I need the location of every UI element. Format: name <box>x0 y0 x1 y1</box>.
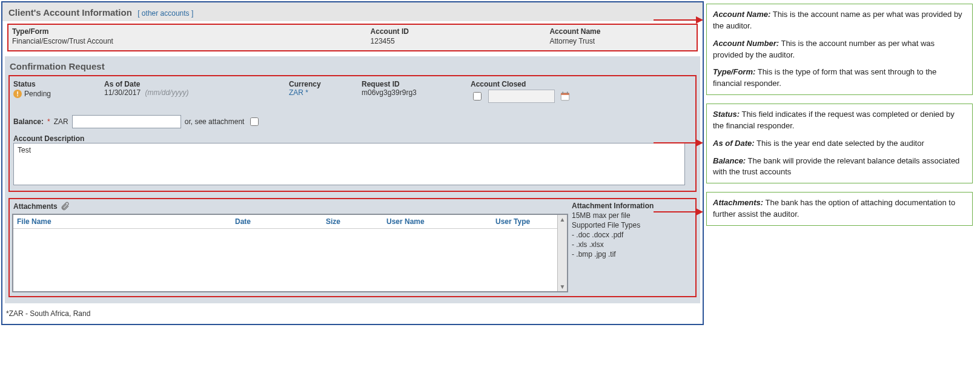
ann-asof-label: As of Date: <box>713 139 755 148</box>
attachments-title: Attachments <box>13 202 58 211</box>
annotation-box-1: Account Name: This is the account name a… <box>706 4 973 95</box>
attachments-box: Attachments File Name Date Size User Nam… <box>8 198 697 297</box>
label-account-name: Account Name <box>549 27 693 36</box>
ann-account-number-label: Account Number: <box>713 39 779 48</box>
label-account-id: Account ID <box>371 27 550 36</box>
attachment-type-line1: - .doc .docx .pdf <box>572 231 693 239</box>
value-type-form: Financial/Escrow/Trust Account <box>12 37 371 45</box>
asof-hint: (mm/dd/yyyy) <box>145 88 188 97</box>
label-currency: Currency <box>289 80 362 88</box>
client-info-header: Client's Account Information [ other acc… <box>2 2 703 21</box>
callout-arrow-icon <box>654 208 703 216</box>
col-size[interactable]: Size <box>326 217 386 226</box>
ann-type-form-label: Type/Form: <box>713 67 755 76</box>
col-file-name[interactable]: File Name <box>17 217 235 226</box>
col-user-type[interactable]: User Type <box>495 217 554 226</box>
confirmation-box: Status ! Pending As of Date 11/30/2017 (… <box>8 75 697 192</box>
status-value: Pending <box>24 90 51 98</box>
scroll-down-icon[interactable]: ▼ <box>560 282 566 291</box>
label-status: Status <box>13 80 104 88</box>
client-info-box: Type/Form Financial/Escrow/Trust Account… <box>7 24 698 51</box>
label-request-id: Request ID <box>362 80 471 88</box>
col-user-name[interactable]: User Name <box>386 217 495 226</box>
attachment-supported: Supported File Types <box>572 221 693 229</box>
paperclip-icon[interactable] <box>60 202 70 211</box>
request-id-value: m06vg3g39r9rg3 <box>362 88 471 97</box>
pending-icon: ! <box>13 90 22 98</box>
account-description-input[interactable] <box>13 143 685 185</box>
ann-asof-text: This is the year end date selected by th… <box>755 139 924 148</box>
account-closed-date-input[interactable] <box>488 90 555 103</box>
value-account-name: Attorney Trust <box>549 37 693 45</box>
label-account-closed: Account Closed <box>471 80 628 88</box>
attachment-type-line2: - .xls .xlsx <box>572 240 693 249</box>
balance-currency: ZAR <box>54 117 68 126</box>
col-date[interactable]: Date <box>235 217 326 226</box>
ann-status-text: This field indicates if the request was … <box>713 110 955 130</box>
other-accounts-link[interactable]: [ other accounts ] <box>137 9 193 18</box>
annotation-box-2: Status: This field indicates if the requ… <box>706 104 973 183</box>
asof-value: 11/30/2017 <box>104 88 141 97</box>
account-description-label: Account Description <box>13 134 692 143</box>
svg-rect-1 <box>561 93 569 95</box>
ann-attachments-label: Attachments: <box>713 198 763 207</box>
callout-arrow-icon <box>654 16 703 24</box>
annotation-panel: Account Name: This is the account name a… <box>706 1 973 325</box>
confirmation-title: Confirmation Request <box>10 61 697 71</box>
currency-value[interactable]: ZAR * <box>289 88 362 97</box>
confirmation-section: Confirmation Request Status ! Pending As… <box>5 56 700 303</box>
value-account-id: 123455 <box>371 37 550 45</box>
currency-footnote: *ZAR - South Africa, Rand <box>2 306 703 324</box>
calendar-icon[interactable] <box>560 91 571 102</box>
svg-rect-2 <box>563 92 564 94</box>
label-asof: As of Date <box>104 80 289 88</box>
client-info-title: Client's Account Information <box>8 7 132 18</box>
svg-rect-3 <box>567 92 568 94</box>
ann-balance-text: The bank will provide the relevant balan… <box>713 156 959 177</box>
scroll-up-icon[interactable]: ▲ <box>560 215 566 224</box>
annotation-box-3: Attachments: The bank has the option of … <box>706 192 973 226</box>
label-type-form: Type/Form <box>12 27 371 36</box>
see-attachment-checkbox[interactable] <box>250 117 259 126</box>
callout-arrow-icon <box>654 139 703 147</box>
or-see-attachment-label: or, see attachment <box>185 117 245 126</box>
ann-balance-label: Balance: <box>713 156 746 165</box>
scrollbar[interactable]: ▲ ▼ <box>557 215 567 291</box>
ann-status-label: Status: <box>713 110 740 119</box>
ann-account-name-label: Account Name: <box>713 10 770 19</box>
app-panel: Client's Account Information [ other acc… <box>1 1 704 325</box>
account-closed-checkbox[interactable] <box>473 92 482 100</box>
attachment-type-line3: - .bmp .jpg .tif <box>572 250 693 259</box>
balance-input[interactable] <box>72 115 181 128</box>
balance-label: Balance: <box>13 117 44 126</box>
balance-star: * <box>47 117 50 126</box>
attachments-table: File Name Date Size User Name User Type … <box>12 214 568 292</box>
